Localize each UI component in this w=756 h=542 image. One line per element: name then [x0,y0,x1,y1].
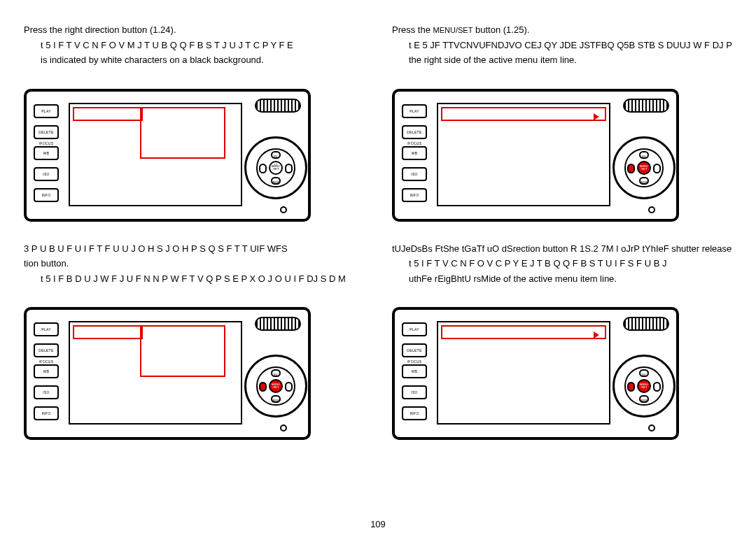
pad-down: AF/MF [271,177,281,185]
direction-pad: EV +/- AF/MF MENU /SET [624,366,664,406]
indicator-led [648,206,655,213]
pad-up: EV +/- [639,369,649,377]
setting-ring: EV +/- AF/MF MENU /SET [244,136,307,199]
speaker-grill [255,99,301,113]
info-button: INFO [402,188,427,202]
indicator-led [648,425,655,432]
pad-up: EV +/- [271,369,281,377]
pad-left [627,164,635,173]
mid-left-l1: 3 P U B U F U I F T F U U J O H S J O H … [24,243,364,255]
mid-right-l1: tUJeDsBs FtShe tGaTf uO dSrection button… [392,243,732,255]
lcd-screen [437,103,610,206]
top-right-l3: the right side of the active menu item l… [392,54,732,66]
speaker-grill [255,317,301,331]
play-button: PLAY [34,322,59,336]
direction-pad: EV +/- AF/MF MENU /SET [256,366,295,406]
pad-up: EV +/- [639,151,649,159]
highlight-submenu [140,107,225,159]
camera-panel-3: PLAY DELETE /FOCUS WB ISO INFO EV +/- AF… [24,300,364,440]
delete-focus-button: DELETE /FOCUS [402,125,427,139]
highlight-row [441,325,606,339]
top-right-l2: E 5 JF TTVCNVUFNDJVO CEJ QY JDE JSTFBQ Q… [392,39,732,52]
pad-right [285,164,293,173]
play-button: PLAY [34,104,59,118]
info-button: INFO [402,406,427,420]
wb-button: WB [402,364,427,378]
delete-focus-button: DELETE /FOCUS [402,343,427,357]
direction-pad: EV +/- AF/MF MENU /SET [624,148,664,187]
pad-left [259,164,267,173]
speaker-grill [623,317,669,331]
lcd-screen [437,321,610,425]
pad-left [259,382,267,392]
highlight-row [441,107,606,121]
play-button: PLAY [402,322,427,336]
highlight-submenu [140,325,225,377]
pad-down: AF/MF [639,177,649,185]
wb-button: WB [402,146,427,160]
lcd-screen [69,103,242,206]
setting-ring: EV +/- AF/MF MENU /SET [612,136,676,199]
pad-down: AF/MF [639,395,649,403]
page-number: 109 [0,519,756,529]
delete-focus-button: DELETE /FOCUS [34,343,59,357]
pad-left [627,382,635,392]
wb-button: WB [34,146,59,160]
highlight-label [73,107,143,121]
chevron-right-icon [594,331,599,338]
menu-set-button: MENU /SET [269,379,283,393]
menu-set-button: MENU /SET [269,161,283,175]
indicator-led [280,206,287,213]
setting-ring: EV +/- AF/MF MENU /SET [244,355,307,418]
mid-right-l3: uthFe rEigBhtU rsMide of the active menu… [392,273,732,285]
mid-left-l2: tion button. [24,257,364,270]
info-button: INFO [34,406,59,420]
delete-focus-button: DELETE /FOCUS [34,125,59,139]
iso-button: ISO [402,167,427,181]
mid-right-l2: 5 I F T V C N F O V C P Y E J T B Q Q F … [392,257,732,270]
wb-button: WB [34,364,59,378]
direction-pad: EV +/- AF/MF MENU /SET [256,148,295,187]
top-left-l2: 5 I F T V C N F O V M J T U B Q Q F B S … [24,39,364,52]
iso-button: ISO [34,167,59,181]
pad-right [285,382,293,392]
camera-panel-2: PLAY DELETE /FOCUS WB ISO INFO EV +/- AF… [392,82,732,222]
pad-down: AF/MF [271,395,281,403]
pad-right [653,164,661,173]
setting-ring: EV +/- AF/MF MENU /SET [612,355,676,418]
highlight-label [73,325,143,339]
menu-set-button: MENU /SET [637,379,651,393]
indicator-led [280,425,287,432]
camera-panel-4: PLAY DELETE /FOCUS WB ISO INFO EV +/- AF… [392,300,732,440]
top-right-l1: Press the MENU/SET button (1.25). [392,24,732,36]
top-left-l1: Press the right direction button (1.24). [24,24,364,36]
top-left-l3: is indicated by white characters on a bl… [24,54,364,66]
chevron-right-icon [594,113,599,120]
iso-button: ISO [402,385,427,399]
pad-up: EV +/- [271,151,281,159]
play-button: PLAY [402,104,427,118]
mid-left-l3: 5 I F B D U J W F J U F N N P W F T V Q … [24,273,364,285]
speaker-grill [623,99,669,113]
menu-set-button: MENU /SET [637,161,651,175]
camera-panel-1: PLAY DELETE /FOCUS WB ISO INFO EV +/- AF… [24,82,364,222]
info-button: INFO [34,188,59,202]
iso-button: ISO [34,385,59,399]
lcd-screen [69,321,242,425]
pad-right [653,382,661,392]
